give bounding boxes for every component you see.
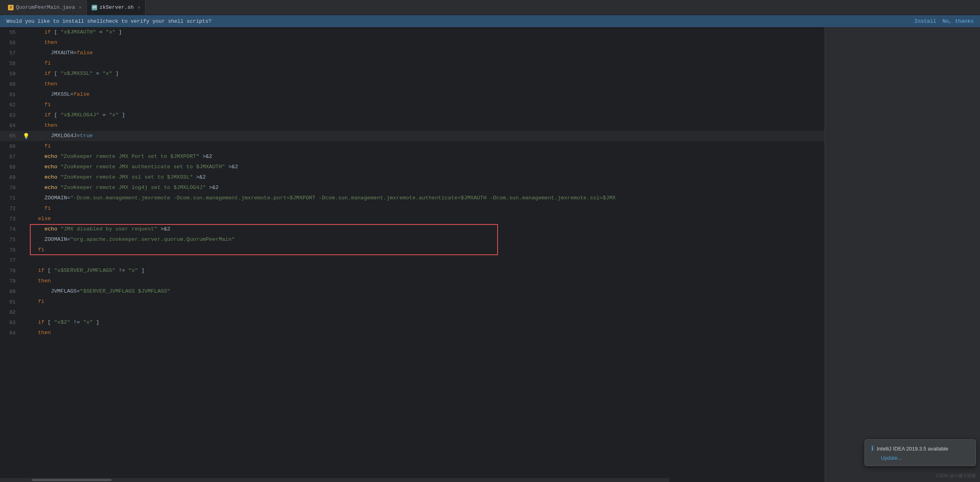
table-row: 76 fi — [0, 245, 825, 255]
line-number-73: 73 — [0, 216, 22, 222]
line-content-68: echo "ZooKeeper remote JMX authenticate … — [30, 162, 825, 172]
table-row: 72 fi — [0, 203, 825, 214]
table-row: 57 JMXAUTH=false — [0, 48, 825, 58]
popup-title: IntelliJ IDEA 2019.3.5 available — [877, 446, 948, 452]
line-content-79: then — [30, 276, 825, 286]
table-row: 71 ZOOMAIN="-Dcom.sun.management.jmxremo… — [0, 193, 825, 203]
table-row: 83 if [ "x$2" != "x" ] — [0, 317, 825, 328]
line-number-75: 75 — [0, 237, 22, 243]
table-row: 69 echo "ZooKeeper remote JMX ssl set to… — [0, 172, 825, 183]
table-row: 64 then — [0, 120, 825, 131]
line-content-66: fi — [30, 141, 825, 151]
table-row: 80 JVMFLAGS="$SERVER_JVMFLAGS $JVMFLAGS" — [0, 286, 825, 297]
line-number-62: 62 — [0, 102, 22, 108]
notification-actions: Install No, thanks — [914, 18, 974, 24]
line-number-56: 56 — [0, 40, 22, 46]
table-row: 56 then — [0, 37, 825, 48]
line-content-75: ZOOMAIN="org.apache.zookeeper.server.quo… — [30, 234, 825, 245]
table-row: 65 💡 JMXLOG4J=true — [0, 131, 825, 141]
table-row: 58 fi — [0, 58, 825, 69]
tab-sh-label: zkServer.sh — [100, 4, 134, 10]
line-number-69: 69 — [0, 175, 22, 181]
editor-container: 55 if [ "x$JMXAUTH" = "x" ] 56 then 57 J… — [0, 27, 980, 482]
line-number-68: 68 — [0, 164, 22, 170]
line-number-57: 57 — [0, 50, 22, 56]
scrollbar-thumb[interactable] — [32, 479, 112, 481]
line-number-63: 63 — [0, 112, 22, 118]
table-row: 70 echo "ZooKeeper remote JMX log4j set … — [0, 183, 825, 193]
table-row: 61 JMXSSL=false — [0, 89, 825, 100]
line-content-80: JVMFLAGS="$SERVER_JVMFLAGS $JVMFLAGS" — [30, 286, 825, 297]
update-link[interactable]: Update... — [881, 455, 969, 461]
line-content-74: echo "JMX disabled by user request" >&2 — [30, 224, 825, 234]
line-content-71: ZOOMAIN="-Dcom.sun.management.jmxremote … — [30, 193, 825, 203]
table-row: 79 then — [0, 276, 825, 286]
line-content-63: if [ "x$JMXLOG4J" = "x" ] — [30, 110, 825, 120]
line-number-82: 82 — [0, 309, 22, 315]
line-number-64: 64 — [0, 123, 22, 129]
line-content-64: then — [30, 120, 825, 131]
line-content-69: echo "ZooKeeper remote JMX ssl set to $J… — [30, 172, 825, 183]
table-row: 55 if [ "x$JMXAUTH" = "x" ] — [0, 27, 825, 37]
line-content-56: then — [30, 37, 825, 48]
right-panel — [825, 27, 980, 482]
line-content-60: then — [30, 79, 825, 89]
tab-java-close[interactable]: ✕ — [79, 5, 82, 10]
horizontal-scrollbar[interactable] — [0, 478, 669, 482]
bulb-icon: 💡 — [23, 133, 29, 140]
line-number-61: 61 — [0, 92, 22, 98]
line-number-83: 83 — [0, 320, 22, 326]
code-editor[interactable]: 55 if [ "x$JMXAUTH" = "x" ] 56 then 57 J… — [0, 27, 825, 482]
line-content-84: then — [30, 328, 825, 338]
line-number-59: 59 — [0, 71, 22, 77]
line-number-84: 84 — [0, 330, 22, 336]
notification-message: Would you like to install shellcheck to … — [6, 18, 212, 24]
install-button[interactable]: Install — [914, 18, 936, 24]
java-file-icon: J — [8, 5, 14, 10]
line-content-72: fi — [30, 203, 825, 214]
line-content-61: JMXSSL=false — [30, 89, 825, 100]
title-bar: J QuorumPeerMain.java ✕ sh zkServer.sh ✕ — [0, 0, 980, 15]
line-number-55: 55 — [0, 30, 22, 35]
table-row: 68 echo "ZooKeeper remote JMX authentica… — [0, 162, 825, 172]
tab-sh[interactable]: sh zkServer.sh ✕ — [87, 0, 145, 15]
line-content-55: if [ "x$JMXAUTH" = "x" ] — [30, 27, 825, 37]
table-row: 78 if [ "x$SERVER_JVMFLAGS" != "x" ] — [0, 266, 825, 276]
red-box-section: 74 echo "JMX disabled by user request" >… — [0, 224, 825, 255]
line-number-67: 67 — [0, 154, 22, 160]
line-content-59: if [ "x$JMXSSL" = "x" ] — [30, 69, 825, 79]
table-row: 82 — [0, 307, 825, 317]
info-icon: ℹ — [871, 445, 874, 452]
tab-java[interactable]: J QuorumPeerMain.java ✕ — [3, 0, 87, 15]
table-row: 84 then — [0, 328, 825, 338]
table-row: 66 fi — [0, 141, 825, 151]
gutter-65: 💡 — [22, 133, 30, 140]
watermark-text: CSDN @小猴子的菜 — [936, 473, 976, 479]
line-content-62: fi — [30, 100, 825, 110]
table-row: 59 if [ "x$JMXSSL" = "x" ] — [0, 69, 825, 79]
table-row: 74 echo "JMX disabled by user request" >… — [0, 224, 825, 234]
line-number-76: 76 — [0, 247, 22, 253]
table-row: 73 else — [0, 214, 825, 224]
line-number-70: 70 — [0, 185, 22, 191]
line-content-67: echo "ZooKeeper remote JMX Port set to $… — [30, 151, 825, 162]
intellij-update-popup: ℹ IntelliJ IDEA 2019.3.5 available Updat… — [864, 439, 976, 466]
line-number-78: 78 — [0, 268, 22, 274]
line-number-58: 58 — [0, 61, 22, 67]
tab-sh-close[interactable]: ✕ — [138, 5, 141, 10]
no-thanks-button[interactable]: No, thanks — [943, 18, 974, 24]
line-content-81: fi — [30, 297, 825, 307]
sh-file-icon: sh — [92, 5, 97, 10]
table-row: 77 — [0, 255, 825, 266]
notification-bar: Would you like to install shellcheck to … — [0, 15, 980, 27]
popup-header: ℹ IntelliJ IDEA 2019.3.5 available — [871, 445, 969, 452]
table-row: 60 then — [0, 79, 825, 89]
line-content-83: if [ "x$2" != "x" ] — [30, 317, 825, 328]
line-number-80: 80 — [0, 289, 22, 295]
line-number-77: 77 — [0, 258, 22, 264]
line-content-57: JMXAUTH=false — [30, 48, 825, 58]
line-content-73: else — [30, 214, 825, 224]
table-row: 67 echo "ZooKeeper remote JMX Port set t… — [0, 151, 825, 162]
line-number-71: 71 — [0, 195, 22, 201]
line-content-78: if [ "x$SERVER_JVMFLAGS" != "x" ] — [30, 266, 825, 276]
